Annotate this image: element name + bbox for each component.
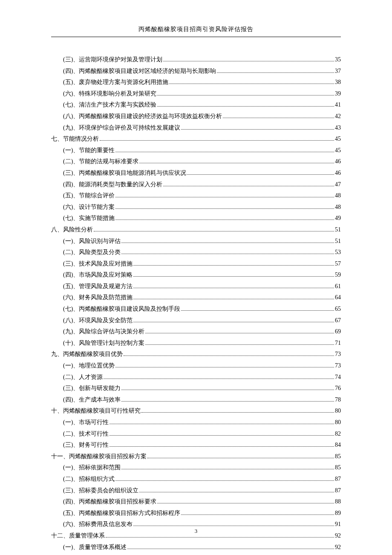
toc-entry: (八)、环境风险及安全防范67 (51, 315, 341, 327)
toc-dot-leader (217, 72, 334, 73)
toc-entry-label: 七、节能情况分析 (51, 133, 99, 145)
toc-entry-label: (十)、风险管理计划与控制方案 (63, 338, 144, 349)
toc-entry: (二)、人才资源74 (51, 372, 341, 383)
toc-dot-leader (145, 344, 334, 345)
toc-entry-page: 48 (335, 190, 341, 202)
toc-dot-leader (181, 129, 334, 130)
toc-entry: (三)、运营期环境保护对策及管理计划35 (51, 54, 341, 66)
toc-entry-page: 61 (335, 281, 341, 292)
toc-entry: (四)、丙烯酸酯橡胶项目建设对区域经济的短期与长期影响37 (51, 66, 341, 77)
toc-dot-leader (115, 220, 334, 220)
toc-entry-label: (一)、质量管理体系概述 (63, 542, 127, 553)
toc-entry-label: (九)、环境保护综合评价及可持续性发展建议 (63, 122, 180, 134)
toc-dot-leader (121, 254, 334, 254)
toc-entry: (八)、丙烯酸酯橡胶项目建设的经济效益与环境效益权衡分析42 (51, 111, 341, 122)
toc-entry-label: (一)、地理位置优势 (63, 360, 115, 372)
toc-entry-label: (四)、生产成本与效率 (63, 394, 121, 406)
toc-entry-page: 49 (335, 213, 341, 224)
toc-entry-label: (三)、创新与研发能力 (63, 383, 121, 394)
toc-entry-label: (五)、管理风险及规避方法 (63, 281, 133, 292)
toc-dot-leader (115, 208, 334, 209)
toc-entry-page: 43 (335, 122, 341, 134)
toc-entry-page: 89 (335, 508, 341, 519)
toc-entry-label: (九)、风险综合评估与决策分析 (63, 326, 144, 338)
toc-dot-leader (133, 288, 334, 288)
toc-entry-label: (一)、风险识别与评估 (63, 236, 121, 247)
toc-entry-page: 35 (335, 54, 341, 66)
toc-entry-label: (二)、技术可行性 (63, 428, 109, 440)
toc-entry-page: 59 (335, 269, 341, 281)
toc-entry: 十一、丙烯酸酯橡胶项目招投标方案85 (51, 451, 341, 462)
toc-entry-label: (一)、市场可行性 (63, 417, 109, 428)
toc-entry-page: 78 (335, 394, 341, 406)
toc-entry-page: 65 (335, 304, 341, 315)
toc-entry-page: 51 (335, 224, 341, 236)
toc-entry-page: 76 (335, 383, 341, 394)
toc-entry: (一)、招标依据和范围85 (51, 462, 341, 474)
toc-dot-leader (94, 231, 334, 231)
toc-entry: (五)、节能综合评价48 (51, 190, 341, 202)
toc-dot-leader (187, 174, 334, 175)
toc-entry-label: (一)、节能的重要性 (63, 145, 115, 156)
toc-entry-page: 37 (335, 66, 341, 77)
toc-entry-page: 38 (335, 77, 341, 88)
toc-entry-label: 十、丙烯酸酯橡胶项目可行性研究 (51, 405, 141, 417)
toc-entry-label: (五)、节能综合评价 (63, 190, 115, 202)
toc-entry: (二)、风险类型及分类53 (51, 247, 341, 258)
toc-entry-label: (四)、丙烯酸酯橡胶项目建设对区域经济的短期与长期影响 (63, 66, 216, 77)
toc-entry: (六)、设计节能方案48 (51, 202, 341, 213)
toc-entry-label: (三)、招标委员会的组织设立 (63, 485, 138, 497)
toc-dot-leader (181, 310, 334, 311)
toc-entry: (五)、丙烯酸酯橡胶项目招标方式和招标程序89 (51, 508, 341, 519)
toc-entry-label: (四)、市场风险及应对策略 (63, 269, 133, 281)
toc-entry: (九)、风险综合评估与决策分析69 (51, 326, 341, 338)
toc-dot-leader (115, 152, 334, 152)
toc-dot-leader (115, 197, 334, 197)
toc-dot-leader (124, 356, 334, 356)
toc-entry-page: 42 (335, 111, 341, 122)
toc-entry-page: 45 (335, 145, 341, 156)
toc-dot-leader (157, 106, 334, 107)
toc-entry: (一)、质量管理体系概述92 (51, 542, 341, 553)
toc-dot-leader (141, 412, 334, 413)
toc-entry: (九)、环境保护综合评价及可持续性发展建议43 (51, 122, 341, 134)
toc-entry: (五)、管理风险及规避方法61 (51, 281, 341, 292)
toc-entry-page: 88 (335, 496, 341, 508)
toc-entry-page: 87 (335, 474, 341, 485)
toc-entry: (十)、风险管理计划与控制方案71 (51, 338, 341, 349)
toc-dot-leader (139, 163, 334, 163)
toc-entry-label: (七)、清洁生产技术方案与实践经验 (63, 99, 156, 111)
toc-dot-leader (145, 333, 334, 333)
toc-dot-leader (157, 503, 334, 503)
header-underline (51, 37, 341, 37)
toc-entry-page: 69 (335, 326, 341, 338)
toc-dot-leader (115, 480, 334, 481)
toc-entry-page: 84 (335, 439, 341, 451)
toc-entry-page: 74 (335, 372, 341, 383)
toc-entry: (五)、废弃物处理方案与资源化利用措施38 (51, 77, 341, 88)
toc-dot-leader (163, 186, 334, 186)
toc-entry: 十、丙烯酸酯橡胶项目可行性研究80 (51, 405, 341, 417)
toc-entry: (六)、财务风险及防范措施64 (51, 292, 341, 304)
toc-dot-leader (181, 515, 334, 515)
toc-dot-leader (157, 95, 334, 95)
toc-entry: (二)、招标组织方式87 (51, 474, 341, 485)
toc-entry-page: 41 (335, 99, 341, 111)
toc-entry-page: 80 (335, 417, 341, 428)
toc-dot-leader (110, 424, 334, 424)
toc-entry: 七、节能情况分析45 (51, 133, 341, 145)
toc-entry-label: (四)、能源消耗类型与数量的深入分析 (63, 179, 162, 191)
toc-entry: (七)、清洁生产技术方案与实践经验41 (51, 99, 341, 111)
toc-entry-page: 85 (335, 451, 341, 462)
toc-entry-page: 80 (335, 405, 341, 417)
toc-entry-page: 87 (335, 485, 341, 497)
toc-entry: (一)、风险识别与评估51 (51, 236, 341, 247)
toc-entry-label: (三)、财务可行性 (63, 439, 109, 451)
toc-entry-label: (二)、节能的法规与标准要求 (63, 156, 138, 168)
page-header: 丙烯酸酯橡胶项目招商引资风险评估报告 (51, 26, 341, 33)
toc-entry: (一)、地理位置优势73 (51, 360, 341, 372)
toc-entry-page: 48 (335, 202, 341, 213)
toc-dot-leader (133, 526, 334, 526)
toc-entry: (二)、节能的法规与标准要求46 (51, 156, 341, 168)
toc-dot-leader (169, 84, 334, 84)
